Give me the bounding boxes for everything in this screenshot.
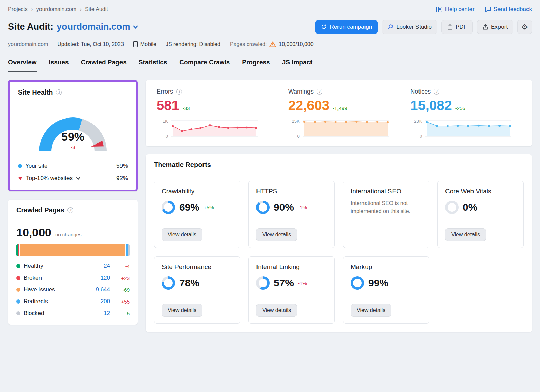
domain-name: yourdomain.com (57, 22, 130, 32)
notices-column: Notices 15,082 -256 23K 0 (400, 88, 522, 139)
legend-value-link[interactable]: 24 (88, 263, 110, 269)
looker-studio-label: Looker Studio (396, 24, 432, 30)
tile-title: Crawlability (162, 188, 233, 195)
tab-crawled-pages[interactable]: Crawled Pages (81, 59, 127, 72)
view-details-button[interactable]: View details (445, 228, 486, 241)
your-site-value: 59% (116, 163, 128, 169)
pages-crawled-value: 10,000/10,000 (279, 41, 313, 47)
info-icon[interactable] (317, 89, 322, 95)
legend-value-link[interactable]: 120 (88, 275, 110, 281)
tile-crawlability: Crawlability 69% +5% View details (154, 181, 240, 248)
rerun-campaign-label: Rerun campaign (330, 24, 372, 30)
crawled-pages-bar-segment[interactable] (126, 244, 128, 256)
tab-statistics[interactable]: Statistics (139, 59, 167, 72)
tab-js-impact[interactable]: JS Impact (282, 59, 313, 72)
export-button[interactable]: Export (477, 20, 513, 34)
tab-progress[interactable]: Progress (242, 59, 270, 72)
axis-max-label: 23K (410, 119, 422, 124)
tab-compare-crawls[interactable]: Compare Crawls (179, 59, 230, 72)
errors-count-link[interactable]: 581 (157, 98, 179, 113)
tile-site-performance: Site Performance 78% View details (154, 256, 240, 324)
tile-percent: 0% (463, 202, 477, 213)
notices-count-link[interactable]: 15,082 (410, 98, 452, 113)
view-details-button[interactable]: View details (256, 228, 297, 241)
thematic-reports-card: Thematic Reports Crawlability 69% +5% Vi… (146, 154, 532, 332)
view-details-button[interactable]: View details (256, 304, 297, 317)
meta-js-rendering: JS rendering: Disabled (166, 41, 220, 47)
top-sites-value: 92% (116, 175, 128, 182)
rerun-campaign-button[interactable]: Rerun campaign (315, 20, 378, 34)
pages-crawled-label: Pages crawled: (230, 41, 267, 47)
top-sites-row[interactable]: Top-10% websites 92% (18, 175, 128, 182)
view-details-button[interactable]: View details (351, 304, 392, 317)
errors-column: Errors 581 -33 1K 0 (155, 88, 278, 139)
pdf-button[interactable]: PDF (441, 20, 473, 34)
meta-device: Mobile (133, 41, 156, 47)
help-center-label: Help center (445, 6, 475, 13)
tile-title: Core Web Vitals (445, 188, 516, 195)
export-up-icon (483, 24, 488, 30)
tile-percent: 69% (179, 202, 199, 213)
site-health-title: Site Health (18, 88, 53, 96)
breadcrumb-domain[interactable]: yourdomain.com (36, 6, 76, 12)
tab-overview[interactable]: Overview (8, 59, 37, 72)
donut-chart (256, 201, 270, 214)
info-icon[interactable] (68, 207, 73, 213)
crawled-pages-bar-segment[interactable] (128, 244, 130, 256)
info-icon[interactable] (434, 89, 439, 95)
tile-note: International SEO is not implemented on … (351, 199, 422, 215)
notices-label: Notices (410, 88, 431, 95)
legend-dot (16, 311, 20, 315)
domain-selector[interactable]: yourdomain.com (57, 22, 138, 32)
warnings-label: Warnings (288, 88, 314, 95)
legend-dot (16, 299, 20, 304)
export-up-icon (447, 24, 453, 30)
legend-row-have-issues: Have issues 9,644 -69 (16, 286, 130, 293)
legend-value-link[interactable]: 9,644 (88, 286, 110, 293)
chevron-down-icon (76, 177, 80, 180)
tile-internal-linking: Internal Linking 57% -1% View details (248, 256, 335, 324)
errors-label: Errors (157, 88, 173, 95)
notices-delta: -256 (455, 105, 465, 111)
tile-https: HTTPS 90% -1% View details (248, 181, 335, 248)
info-icon[interactable] (56, 89, 62, 95)
warnings-sparkline (303, 119, 389, 139)
donut-chart (445, 201, 459, 214)
notices-sparkline (425, 119, 511, 139)
refresh-icon (321, 24, 327, 30)
legend-value-link[interactable]: 12 (88, 310, 110, 317)
mobile-phone-icon (133, 41, 138, 47)
legend-delta: +23 (113, 275, 130, 281)
tile-international-seo: International SEO International SEO is n… (343, 181, 429, 248)
legend-value-link[interactable]: 200 (88, 298, 110, 305)
breadcrumb-site-audit: Site Audit (85, 6, 108, 12)
view-details-button[interactable]: View details (162, 304, 202, 317)
info-icon[interactable] (176, 89, 182, 95)
warnings-column: Warnings 22,603 -1,499 25K 0 (278, 88, 400, 139)
tile-percent: 90% (274, 202, 294, 213)
tab-issues[interactable]: Issues (49, 59, 69, 72)
view-details-button[interactable]: View details (162, 228, 202, 241)
looker-studio-button[interactable]: Looker Studio (382, 20, 437, 34)
breadcrumb-projects[interactable]: Projects (8, 6, 28, 12)
tile-delta: -1% (298, 280, 307, 286)
crawled-pages-bar-segment[interactable] (20, 244, 126, 256)
meta-device-label: Mobile (140, 41, 156, 47)
axis-min-label: 0 (410, 134, 422, 139)
site-health-score: 59% (34, 130, 112, 143)
breadcrumb-separator: › (80, 6, 82, 12)
legend-row-redirects: Redirects 200 +55 (16, 298, 130, 305)
meta-pages-crawled: Pages crawled: 10,000/10,000 (230, 41, 314, 47)
axis-min-label: 0 (288, 134, 300, 139)
tile-title: Internal Linking (256, 263, 327, 271)
help-center-link[interactable]: Help center (436, 6, 475, 13)
settings-gear-button[interactable]: ⚙ (517, 20, 532, 34)
send-feedback-link[interactable]: Send feedback (485, 6, 532, 13)
crawled-pages-title: Crawled Pages (16, 206, 64, 214)
tile-title: Markup (351, 263, 422, 271)
chevron-down-icon (133, 25, 138, 29)
donut-chart (162, 201, 175, 214)
warnings-count-link[interactable]: 22,603 (288, 98, 329, 113)
axis-min-label: 0 (157, 134, 168, 139)
donut-chart (351, 276, 364, 290)
